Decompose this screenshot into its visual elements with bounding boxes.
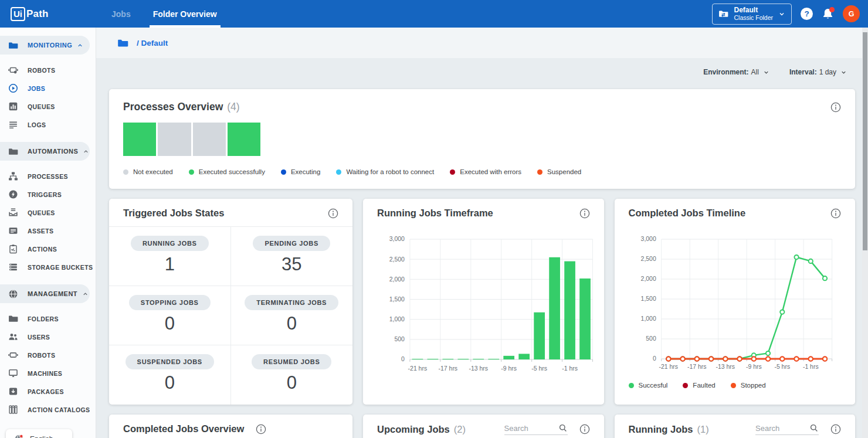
sidebar-item-users[interactable]: USERS bbox=[0, 328, 96, 346]
svg-text:2,000: 2,000 bbox=[389, 276, 405, 283]
folder-switch-icon bbox=[718, 9, 728, 19]
sidebar-item-robots-management[interactable]: ROBOTS bbox=[0, 346, 96, 364]
processes-overview-card: Processes Overview (4) Not executed Exec… bbox=[109, 89, 855, 189]
info-icon[interactable] bbox=[830, 208, 841, 219]
card-title: Completed Jobs Overview bbox=[123, 423, 244, 434]
process-segment[interactable] bbox=[193, 123, 226, 156]
sidebar-item-folders[interactable]: FOLDERS bbox=[0, 310, 96, 328]
sidebar-header-monitoring[interactable]: MONITORING bbox=[0, 36, 90, 55]
sidebar-item-jobs[interactable]: JOBS bbox=[0, 79, 96, 97]
legend-dot bbox=[189, 169, 194, 175]
svg-text:-17 hrs: -17 hrs bbox=[439, 365, 458, 372]
tab-folder-overview[interactable]: Folder Overview bbox=[150, 0, 221, 28]
card-title: Processes Overview bbox=[123, 101, 223, 113]
svg-text:-21 hrs: -21 hrs bbox=[659, 364, 678, 370]
legend-dot bbox=[537, 169, 542, 175]
legend-item: Suspended bbox=[537, 168, 581, 175]
search-input[interactable] bbox=[755, 424, 809, 433]
card-count: (4) bbox=[227, 101, 239, 113]
card-count: (2) bbox=[454, 424, 466, 435]
chevron-down-icon bbox=[778, 11, 785, 18]
sidebar-item-machines[interactable]: MACHINES bbox=[0, 364, 96, 382]
card-title: Running Jobs bbox=[629, 424, 693, 435]
completed-jobs-line-chart: 05001,0001,5002,0002,5003,000-21 hrs-17 … bbox=[615, 226, 856, 376]
process-status-legend: Not executed Executed successfully Execu… bbox=[123, 168, 841, 175]
process-segment[interactable] bbox=[228, 123, 260, 156]
users-icon bbox=[8, 332, 18, 342]
sidebar-header-automations[interactable]: AUTOMATIONS bbox=[0, 142, 90, 161]
completed-jobs-overview-card: Completed Jobs Overview bbox=[109, 415, 352, 438]
search-icon[interactable] bbox=[809, 423, 819, 433]
sidebar-item-robots[interactable]: ROBOTS bbox=[0, 61, 96, 79]
globe-icon bbox=[8, 289, 18, 299]
chevron-up-icon bbox=[77, 42, 83, 49]
sidebar-item-processes[interactable]: PROCESSES bbox=[0, 167, 96, 185]
vertical-scrollbar bbox=[862, 28, 868, 438]
info-icon[interactable] bbox=[830, 102, 841, 113]
legend-item: Executed with errors bbox=[450, 168, 521, 175]
chevron-down-icon bbox=[763, 69, 769, 76]
process-segment[interactable] bbox=[158, 123, 191, 156]
sidebar-header-management[interactable]: MANAGEMENT bbox=[0, 284, 90, 303]
sidebar: MONITORING ROBOTS JOBS QUEUES bbox=[0, 28, 96, 438]
svg-text:-17 hrs: -17 hrs bbox=[687, 364, 707, 370]
running-jobs-card: Running Jobs (1) bbox=[615, 415, 856, 438]
help-icon[interactable]: ? bbox=[801, 8, 813, 20]
sidebar-item-action-catalogs[interactable]: ACTION CATALOGS bbox=[0, 400, 96, 419]
sidebar-item-packages[interactable]: PACKAGES bbox=[0, 382, 96, 400]
process-status-bar[interactable] bbox=[123, 123, 260, 156]
legend-item-succesful[interactable]: Succesful bbox=[629, 382, 668, 389]
sidebar-item-queues-monitoring[interactable]: QUEUES bbox=[0, 97, 96, 116]
interval-filter[interactable]: Interval: 1 day bbox=[789, 68, 847, 76]
sidebar-item-logs[interactable]: LOGS bbox=[0, 116, 96, 134]
storage-buckets-icon bbox=[8, 262, 18, 272]
scrollbar-thumb[interactable] bbox=[863, 32, 867, 250]
info-icon[interactable] bbox=[579, 208, 590, 219]
legend-item: Not executed bbox=[123, 168, 173, 175]
svg-text:-5 hrs: -5 hrs bbox=[774, 364, 790, 370]
notifications-bell-icon[interactable] bbox=[822, 8, 834, 20]
breadcrumb-path[interactable]: / Default bbox=[137, 39, 168, 47]
legend-item: Waiting for a robot to connect bbox=[336, 168, 434, 175]
search-field[interactable] bbox=[755, 423, 819, 435]
chevron-down-icon bbox=[840, 69, 847, 76]
topbar-tabs: Jobs Folder Overview bbox=[108, 0, 221, 28]
environment-filter[interactable]: Environment: All bbox=[703, 68, 769, 76]
search-input[interactable] bbox=[504, 424, 558, 433]
folder-selector[interactable]: Default Classic Folder bbox=[712, 4, 792, 25]
processes-icon bbox=[8, 171, 18, 181]
tab-jobs[interactable]: Jobs bbox=[108, 0, 134, 28]
sidebar-item-assets[interactable]: ASSETS bbox=[0, 222, 96, 240]
search-field[interactable] bbox=[504, 423, 568, 435]
search-icon[interactable] bbox=[558, 423, 568, 433]
info-icon[interactable] bbox=[328, 208, 338, 219]
legend-item-stopped[interactable]: Stopped bbox=[731, 382, 766, 389]
sidebar-item-actions[interactable]: ACTIONS bbox=[0, 240, 96, 258]
chevron-up-icon bbox=[82, 291, 89, 297]
process-segment[interactable] bbox=[123, 123, 156, 156]
queues-tray-icon bbox=[8, 208, 18, 218]
language-globe-icon bbox=[14, 434, 24, 438]
legend-item-faulted[interactable]: Faulted bbox=[683, 382, 715, 389]
info-icon[interactable] bbox=[830, 424, 841, 434]
job-state-label: RESUMED JOBS bbox=[252, 354, 331, 369]
sidebar-item-storage-buckets[interactable]: STORAGE BUCKETS bbox=[0, 258, 96, 276]
job-state-label: TERMINATING JOBS bbox=[245, 295, 338, 310]
avatar[interactable]: G bbox=[843, 5, 860, 22]
sidebar-item-queues-automations[interactable]: QUEUES bbox=[0, 203, 96, 222]
logs-icon bbox=[8, 120, 18, 130]
language-selector[interactable]: English bbox=[6, 429, 72, 438]
assets-icon bbox=[8, 226, 18, 236]
info-icon[interactable] bbox=[256, 424, 266, 434]
legend-dot bbox=[123, 169, 128, 175]
jobs-states-grid: RUNNING JOBS 1 PENDING JOBS 35 STOPPING … bbox=[109, 227, 352, 405]
folder-icon bbox=[8, 40, 18, 50]
sidebar-item-triggers[interactable]: TRIGGERS bbox=[0, 185, 96, 203]
info-icon[interactable] bbox=[579, 424, 590, 434]
uipath-logo[interactable]: Ui Path bbox=[11, 7, 49, 21]
svg-text:1,000: 1,000 bbox=[389, 316, 405, 322]
legend-dot bbox=[683, 383, 688, 388]
job-state-cell: TERMINATING JOBS 0 bbox=[231, 286, 353, 345]
job-state-value: 35 bbox=[282, 254, 301, 275]
robot-icon bbox=[8, 65, 18, 75]
